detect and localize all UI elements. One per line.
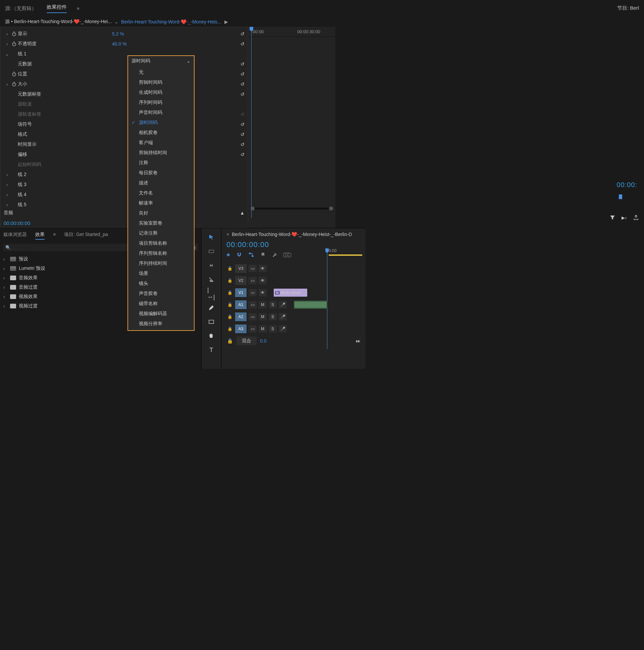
prop-line3[interactable]: 线 3: [18, 182, 78, 188]
chevron-down-icon[interactable]: ⌄: [114, 19, 118, 25]
tab-source[interactable]: 源:（无剪辑）: [5, 5, 37, 12]
magnet-icon[interactable]: [236, 252, 242, 258]
dropdown-item[interactable]: 视频编解码器: [128, 309, 194, 319]
audio-clip[interactable]: [294, 301, 327, 309]
lock-icon[interactable]: 🔒: [227, 326, 233, 331]
razor-tool-icon[interactable]: [207, 276, 215, 284]
eye-icon[interactable]: 👁: [259, 265, 267, 272]
panel-menu-icon[interactable]: ≡: [77, 6, 79, 11]
dropdown-item[interactable]: 序列时间码: [128, 98, 194, 108]
mic-icon[interactable]: 🎤: [279, 325, 287, 332]
toggle-output-icon[interactable]: ▭: [248, 313, 257, 321]
play-icon[interactable]: ▶: [225, 19, 228, 25]
stopwatch-icon[interactable]: [10, 80, 18, 88]
sequence-name[interactable]: Berlin-Heart-Touching-Word-❤️-_-Money-He…: [121, 19, 221, 25]
prop-opacity-value[interactable]: 40.0 %: [112, 41, 172, 46]
dropdown-item[interactable]: 客户端: [128, 138, 194, 148]
chevron-right-icon[interactable]: ›: [3, 266, 7, 271]
reset-icon[interactable]: ↺: [240, 142, 244, 147]
mix-label[interactable]: 混合: [236, 336, 257, 345]
mic-icon[interactable]: 🎤: [279, 301, 287, 309]
ripple-edit-tool-icon[interactable]: [207, 261, 215, 269]
chevron-right-icon[interactable]: ›: [3, 303, 7, 309]
eye-icon[interactable]: 👁: [259, 289, 267, 296]
reset-icon[interactable]: ↺: [240, 31, 244, 37]
reset-icon[interactable]: ↺: [240, 122, 244, 127]
chevron-right-icon[interactable]: ›: [3, 256, 7, 262]
reset-icon[interactable]: ↺: [240, 61, 244, 67]
reset-icon[interactable]: ↺: [240, 152, 244, 157]
collapse-icon[interactable]: ▲: [240, 210, 244, 216]
zoom-handle-left[interactable]: [250, 207, 255, 211]
eye-icon[interactable]: 👁: [259, 277, 267, 284]
sequence-tab-label[interactable]: Berlin-Heart-Touching-Word-❤️-_-Money-He…: [232, 232, 352, 237]
track-label-a1[interactable]: A1: [235, 300, 246, 309]
dropdown-item[interactable]: 实验室胶卷: [128, 218, 194, 228]
hand-tool-icon[interactable]: [207, 332, 215, 340]
track-label-v3[interactable]: V3: [235, 264, 246, 273]
prop-line4[interactable]: 线 4: [18, 192, 78, 198]
prop-time-display[interactable]: 时间显示: [18, 141, 78, 147]
caption-icon[interactable]: CC: [283, 253, 291, 257]
lock-icon[interactable]: 🔒: [227, 338, 233, 344]
prop-offset[interactable]: 偏移: [18, 151, 78, 157]
prop-opacity[interactable]: 不透明度: [18, 41, 78, 47]
dropdown-item[interactable]: 声音胶卷: [128, 289, 194, 299]
timeline-timecode[interactable]: 00:00:00:00: [227, 240, 366, 249]
slip-tool-icon[interactable]: |↔|: [207, 290, 215, 298]
prop-format[interactable]: 格式: [18, 132, 78, 138]
track-label-v2[interactable]: V2: [235, 276, 246, 285]
lock-icon[interactable]: 🔒: [227, 266, 233, 271]
toggle-output-icon[interactable]: ▭: [248, 325, 257, 332]
dropdown-item[interactable]: 磁带名称: [128, 299, 194, 309]
dropdown-selected[interactable]: 源时间码 ⌄: [128, 56, 194, 66]
toggle-output-icon[interactable]: ▭: [248, 265, 257, 272]
snap-icon[interactable]: ✱: [227, 252, 230, 257]
chevron-right-icon[interactable]: ›: [4, 172, 10, 177]
dropdown-item[interactable]: 剪辑时间码: [128, 77, 194, 87]
source-clip-name[interactable]: 源 • Berlin-Heart-Touching-Word-❤️-_-Mone…: [5, 19, 112, 25]
lock-icon[interactable]: 🔒: [227, 278, 233, 283]
dropdown-item[interactable]: 良好: [128, 208, 194, 218]
prop-line5[interactable]: 线 5: [18, 202, 78, 208]
prop-size[interactable]: 大小: [18, 81, 78, 87]
solo-button[interactable]: S: [269, 313, 277, 321]
tab-media-browser[interactable]: 媒体浏览器: [3, 232, 27, 240]
dropdown-item[interactable]: 相机胶卷: [128, 128, 194, 138]
toggle-output-icon[interactable]: ▭: [248, 289, 257, 296]
playhead[interactable]: [251, 27, 251, 218]
dropdown-item[interactable]: 描述: [128, 178, 194, 188]
panel-menu-icon[interactable]: ≡: [53, 232, 56, 240]
mute-button[interactable]: M: [259, 301, 267, 309]
chevron-right-icon[interactable]: ›: [3, 275, 7, 281]
mute-button[interactable]: M: [259, 325, 267, 332]
track-label-v1[interactable]: V1: [235, 288, 246, 297]
audio-section-header[interactable]: 音频 ▲: [0, 208, 248, 218]
toggle-output-icon[interactable]: ▭: [248, 301, 257, 309]
track-label-a3[interactable]: A3: [235, 325, 246, 333]
dropdown-item[interactable]: 生成时间码: [128, 87, 194, 98]
prop-metadata[interactable]: 元数据: [18, 61, 78, 67]
prop-line1[interactable]: 线 1: [18, 51, 78, 57]
dropdown-item[interactable]: 无: [128, 67, 194, 77]
reset-icon[interactable]: ↺: [240, 41, 244, 46]
prop-line2[interactable]: 线 2: [18, 172, 78, 178]
effect-panel-timecode[interactable]: 00:00:00:00: [4, 220, 30, 226]
prop-display[interactable]: 显示: [18, 31, 78, 37]
chevron-right-icon[interactable]: ›: [4, 202, 10, 208]
reset-icon[interactable]: ↺: [240, 81, 244, 87]
dropdown-item[interactable]: 序列剪辑名称: [128, 248, 194, 258]
dropdown-item[interactable]: 剪辑持续时间: [128, 148, 194, 158]
solo-button[interactable]: S: [269, 325, 277, 332]
lock-icon[interactable]: 🔒: [227, 302, 233, 307]
stopwatch-icon[interactable]: [10, 30, 18, 38]
dropdown-item[interactable]: 项目剪辑名称: [128, 238, 194, 248]
dropdown-item[interactable]: 序列持续时间: [128, 258, 194, 268]
solo-button[interactable]: S: [269, 301, 277, 309]
dropdown-item[interactable]: 源时间码: [128, 118, 194, 128]
dropdown-item[interactable]: 记录注释: [128, 228, 194, 238]
toggle-output-icon[interactable]: ▭: [248, 277, 257, 284]
mic-icon[interactable]: 🎤: [279, 313, 287, 321]
selection-tool-icon[interactable]: [207, 233, 215, 241]
prop-display-value[interactable]: 5.2 %: [112, 31, 172, 37]
